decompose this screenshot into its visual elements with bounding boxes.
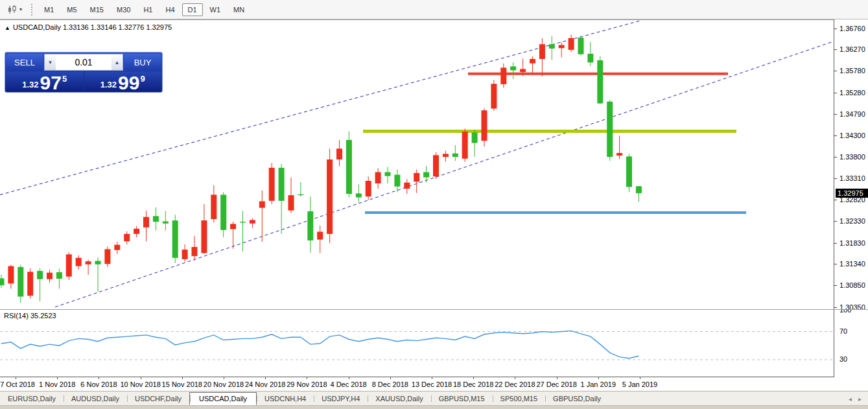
price-axis-label: 1.36270 bbox=[839, 45, 865, 54]
time-axis-tick bbox=[349, 377, 349, 379]
timeframe-button-h1[interactable]: H1 bbox=[137, 3, 158, 16]
time-axis-label: 29 Nov 2018 bbox=[287, 380, 327, 388]
timeframe-button-m5[interactable]: M5 bbox=[61, 3, 82, 16]
timeframe-button-mn[interactable]: MN bbox=[228, 3, 250, 16]
timeframe-buttons: M1M5M15M30H1H4D1W1MN bbox=[38, 3, 251, 16]
price-axis-tick bbox=[834, 49, 837, 50]
mt4-window: ▾ M1M5M15M30H1H4D1W1MN ▲USDCAD,Daily 1.3… bbox=[0, 0, 868, 409]
dropdown-caret-icon: ▾ bbox=[19, 6, 22, 12]
time-axis-tick bbox=[557, 377, 557, 379]
tab-scroll-left-icon[interactable]: ◂ bbox=[849, 395, 852, 403]
lot-size-input[interactable]: 0.01 bbox=[56, 54, 111, 70]
sell-price-prefix: 1.32 bbox=[22, 80, 38, 89]
time-axis-label: 22 Dec 2018 bbox=[495, 380, 535, 388]
price-axis-tick bbox=[834, 135, 837, 136]
rsi-indicator-label: RSI(14) 35.2523 bbox=[4, 312, 56, 320]
timeframe-button-h4[interactable]: H4 bbox=[159, 3, 180, 16]
price-axis-label: 1.33310 bbox=[839, 174, 865, 183]
price-axis-tick bbox=[834, 264, 837, 264]
sell-price[interactable]: 1.32 97 5 bbox=[6, 72, 83, 92]
time-axis-label: 20 Nov 2018 bbox=[204, 380, 244, 388]
toolbar-grip bbox=[30, 3, 34, 16]
chart-type-button[interactable]: ▾ bbox=[3, 3, 27, 16]
chart-tab-usdjpy-h4[interactable]: USDJPY,H4 bbox=[314, 393, 368, 404]
time-axis-label: 24 Nov 2018 bbox=[245, 380, 285, 388]
price-axis-label: 1.31830 bbox=[839, 239, 865, 248]
price-axis-tick bbox=[834, 114, 837, 115]
price-axis-label: 1.36760 bbox=[839, 25, 865, 33]
time-axis-label: 5 Jan 2019 bbox=[622, 380, 657, 388]
price-axis-label: 1.34790 bbox=[839, 110, 865, 119]
chart-tab-usdcad-daily[interactable]: USDCAD,Daily bbox=[189, 392, 257, 405]
current-price-tag: 1.32975 bbox=[836, 189, 868, 198]
time-axis-tick bbox=[57, 377, 58, 379]
price-axis-tick bbox=[834, 243, 837, 244]
time-axis-tick bbox=[182, 377, 183, 379]
lot-increase-button[interactable]: ▲ bbox=[111, 54, 123, 70]
lot-size-control: ▼ 0.01 ▲ bbox=[44, 54, 123, 71]
buy-price[interactable]: 1.32 99 9 bbox=[85, 72, 161, 92]
chart-tab-bar: EURUSD,DailyAUDUSD,DailyUSDCHF,DailyUSDC… bbox=[0, 391, 868, 406]
chart-tab-eurusd-daily[interactable]: EURUSD,Daily bbox=[0, 393, 64, 404]
lot-decrease-button[interactable]: ▼ bbox=[45, 54, 56, 70]
buy-price-point: 9 bbox=[140, 74, 145, 84]
price-axis-label: 1.30350 bbox=[839, 303, 865, 309]
time-axis-label: 8 Dec 2018 bbox=[372, 380, 408, 388]
time-axis-tick bbox=[307, 377, 307, 379]
rsi-chart bbox=[0, 310, 834, 377]
price-axis-tick bbox=[834, 178, 837, 179]
sell-price-point: 5 bbox=[62, 74, 67, 84]
price-axis-tick bbox=[834, 200, 837, 200]
timeframe-button-m15[interactable]: M15 bbox=[84, 3, 110, 16]
buy-price-prefix: 1.32 bbox=[100, 80, 117, 89]
timeframe-button-m30[interactable]: M30 bbox=[111, 3, 136, 16]
timeframe-button-m1[interactable]: M1 bbox=[38, 3, 60, 16]
rsi-axis-label: 70 bbox=[839, 327, 847, 336]
price-axis-label: 1.32330 bbox=[839, 217, 865, 226]
chart-surface[interactable]: ▲USDCAD,Daily 1.33136 1.33146 1.32776 1.… bbox=[0, 19, 834, 309]
price-axis-label: 1.33800 bbox=[839, 153, 865, 161]
chart-tab-sp500-m15[interactable]: SP500,M15 bbox=[493, 393, 545, 404]
time-axis-tick bbox=[99, 377, 99, 379]
one-click-trading-panel: SELL ▼ 0.01 ▲ BUY 1.32 97 5 1.32 99 9 bbox=[5, 52, 163, 93]
window-bottom-edge bbox=[0, 405, 868, 409]
candlestick-chart-icon bbox=[7, 5, 18, 14]
price-axis-tick bbox=[834, 71, 837, 71]
timeframe-button-w1[interactable]: W1 bbox=[204, 3, 227, 16]
time-axis-label: 18 Dec 2018 bbox=[453, 380, 493, 388]
toolbar: ▾ M1M5M15M30H1H4D1W1MN bbox=[0, 0, 868, 19]
time-axis-tick bbox=[432, 377, 432, 379]
tab-scroll-controls: ◂ ▸ bbox=[849, 395, 862, 403]
price-axis-label: 1.35280 bbox=[839, 89, 865, 97]
chart-tab-usdchf-daily[interactable]: USDCHF,Daily bbox=[127, 393, 189, 404]
time-axis-tick bbox=[390, 377, 391, 379]
time-axis-label: 1 Jan 2019 bbox=[581, 380, 616, 388]
sell-button[interactable]: SELL bbox=[6, 54, 43, 71]
time-axis-tick bbox=[141, 377, 141, 379]
price-axis-tick bbox=[834, 307, 837, 308]
price-axis-label: 1.31340 bbox=[839, 260, 865, 268]
chart-tab-gbpusd-m15[interactable]: GBPUSD,M15 bbox=[431, 393, 493, 404]
time-axis-tick bbox=[224, 377, 224, 379]
time-axis-label: 27 Oct 2018 bbox=[0, 380, 35, 388]
time-axis-tick bbox=[16, 377, 16, 379]
chart-tab-gbpusd-daily[interactable]: GBPUSD,Daily bbox=[545, 393, 609, 404]
chart-tab-usdcnh-h4[interactable]: USDCNH,H4 bbox=[257, 393, 314, 404]
buy-price-pips: 99 bbox=[118, 75, 139, 91]
rsi-axis: 10070300 bbox=[834, 310, 868, 377]
time-axis-label: 27 Dec 2018 bbox=[536, 380, 576, 388]
time-axis-tick bbox=[515, 377, 515, 379]
price-axis-tick bbox=[834, 285, 837, 286]
rsi-axis-label: 30 bbox=[839, 355, 847, 364]
price-axis[interactable]: 1.367601.362701.357801.352801.347901.343… bbox=[834, 19, 868, 309]
chart-tab-xauusd-daily[interactable]: XAUUSD,Daily bbox=[368, 393, 430, 404]
price-axis-tick bbox=[834, 221, 837, 222]
collapse-triangle-icon: ▲ bbox=[5, 25, 10, 31]
chart-tab-audusd-daily[interactable]: AUDUSD,Daily bbox=[64, 393, 127, 404]
price-axis-tick bbox=[834, 93, 837, 93]
tab-scroll-right-icon[interactable]: ▸ bbox=[858, 395, 862, 403]
timeframe-button-d1[interactable]: D1 bbox=[182, 3, 203, 16]
buy-button[interactable]: BUY bbox=[124, 54, 161, 71]
time-axis[interactable]: 27 Oct 20181 Nov 20186 Nov 201810 Nov 20… bbox=[0, 377, 868, 391]
rsi-panel[interactable]: RSI(14) 35.2523 bbox=[0, 310, 834, 377]
